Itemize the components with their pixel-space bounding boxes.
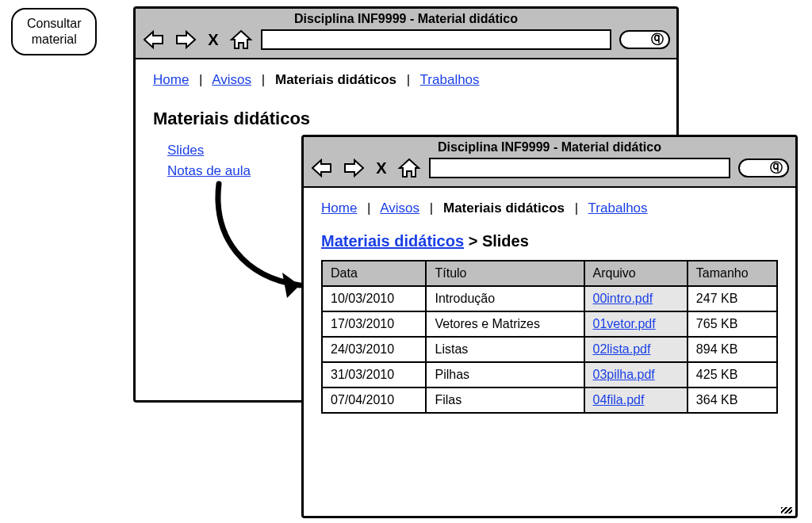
svg-marker-4 [312, 160, 331, 176]
crumb-parent[interactable]: Materiais didáticos [321, 232, 464, 250]
home-icon[interactable] [397, 158, 421, 178]
home-icon[interactable] [229, 29, 253, 50]
cell-titulo: Listas [426, 337, 584, 362]
cell-arquivo: 01vetor.pdf [584, 311, 688, 337]
back-icon[interactable] [310, 158, 334, 178]
crumb-current: Slides [482, 232, 529, 250]
titlebar: Disciplina INF9999 - Material didático X… [136, 9, 676, 59]
content-area: Home | Avisos | Materiais didáticos | Tr… [304, 188, 795, 426]
svg-marker-5 [345, 160, 363, 176]
files-table: Data Título Arquivo Tamanho 10/03/2010In… [321, 260, 778, 414]
annotation-bubble: Consultar material [11, 8, 97, 55]
cell-arquivo: 04fila.pdf [584, 387, 688, 413]
col-data: Data [322, 261, 426, 286]
browser-window-2: Disciplina INF9999 - Material didático X… [301, 135, 798, 518]
url-bar[interactable] [429, 158, 730, 178]
back-icon[interactable] [142, 29, 166, 50]
forward-icon[interactable] [174, 29, 197, 50]
cell-tamanho: 364 KB [688, 387, 777, 413]
toolbar: X ⓠ [310, 158, 789, 178]
url-bar[interactable] [261, 29, 611, 50]
annotation-line1: Consultar [27, 17, 81, 30]
cell-arquivo: 02lista.pdf [584, 337, 688, 362]
table-row: 07/04/2010Filas04fila.pdf364 KB [322, 387, 777, 413]
file-link[interactable]: 02lista.pdf [593, 342, 651, 356]
tab-sep: | [430, 200, 433, 216]
cell-data: 24/03/2010 [322, 337, 426, 362]
tab-materiais[interactable]: Materiais didáticos [275, 72, 396, 87]
tab-home[interactable]: Home [153, 72, 189, 87]
cell-tamanho: 894 KB [688, 337, 777, 362]
table-row: 31/03/2010Pilhas03pilha.pdf425 KB [322, 362, 777, 387]
table-header-row: Data Título Arquivo Tamanho [322, 261, 777, 286]
window-title: Disciplina INF9999 - Material didático [310, 140, 789, 158]
tab-home[interactable]: Home [321, 200, 357, 216]
cell-titulo: Introdução [426, 286, 584, 311]
nav-tabs: Home | Avisos | Materiais didáticos | Tr… [321, 200, 778, 216]
cell-titulo: Pilhas [426, 362, 584, 387]
svg-marker-6 [400, 159, 419, 177]
tab-sep: | [575, 200, 578, 216]
search-icon: ⓠ [770, 160, 783, 177]
cell-arquivo: 00intro.pdf [584, 286, 688, 311]
cell-arquivo: 03pilha.pdf [584, 362, 688, 387]
cell-data: 10/03/2010 [322, 286, 426, 311]
nav-tabs: Home | Avisos | Materiais didáticos | Tr… [153, 72, 659, 88]
file-link[interactable]: 01vetor.pdf [593, 317, 656, 330]
cell-tamanho: 247 KB [688, 286, 777, 311]
file-link[interactable]: 04fila.pdf [593, 393, 645, 407]
window-title: Disciplina INF9999 - Material didático [142, 12, 670, 29]
col-arquivo: Arquivo [584, 261, 688, 286]
breadcrumb: Materiais didáticos > Slides [321, 232, 778, 250]
tab-sep: | [262, 72, 265, 88]
toolbar: X ⓠ [142, 29, 670, 50]
forward-icon[interactable] [342, 158, 366, 178]
cell-data: 31/03/2010 [322, 362, 426, 387]
stop-button[interactable]: X [373, 159, 389, 178]
crumb-arrow: > [469, 232, 478, 250]
cell-data: 17/03/2010 [322, 311, 426, 337]
tab-materiais[interactable]: Materiais didáticos [443, 200, 565, 216]
svg-marker-1 [177, 32, 195, 48]
link-slides[interactable]: Slides [167, 143, 204, 158]
search-icon: ⓠ [651, 32, 664, 48]
tab-sep: | [367, 200, 370, 216]
svg-marker-2 [232, 31, 251, 48]
annotation-line2: material [32, 32, 77, 46]
search-pill[interactable]: ⓠ [738, 158, 789, 178]
titlebar: Disciplina INF9999 - Material didático X… [304, 137, 795, 188]
cell-data: 07/04/2010 [322, 387, 426, 413]
col-tamanho: Tamanho [688, 261, 777, 286]
tab-avisos[interactable]: Avisos [380, 200, 419, 216]
page-title: Materiais didáticos [153, 109, 659, 129]
tab-sep: | [199, 72, 202, 88]
tab-sep: | [407, 72, 410, 88]
cell-tamanho: 425 KB [688, 362, 777, 387]
file-link[interactable]: 00intro.pdf [593, 292, 653, 305]
tab-trabalhos[interactable]: Trabalhos [588, 200, 648, 216]
col-titulo: Título [426, 261, 584, 286]
table-row: 10/03/2010Introdução00intro.pdf247 KB [322, 286, 777, 311]
table-row: 24/03/2010Listas02lista.pdf894 KB [322, 337, 777, 362]
tab-avisos[interactable]: Avisos [212, 72, 251, 87]
svg-marker-0 [144, 32, 163, 48]
link-notas[interactable]: Notas de aula [167, 163, 251, 178]
cell-titulo: Vetores e Matrizes [426, 311, 584, 337]
tab-trabalhos[interactable]: Trabalhos [420, 72, 480, 87]
table-row: 17/03/2010Vetores e Matrizes01vetor.pdf7… [322, 311, 777, 337]
cell-tamanho: 765 KB [688, 311, 777, 337]
search-pill[interactable]: ⓠ [619, 30, 670, 49]
stop-button[interactable]: X [205, 31, 221, 49]
cell-titulo: Filas [426, 387, 584, 413]
file-link[interactable]: 03pilha.pdf [593, 368, 655, 381]
